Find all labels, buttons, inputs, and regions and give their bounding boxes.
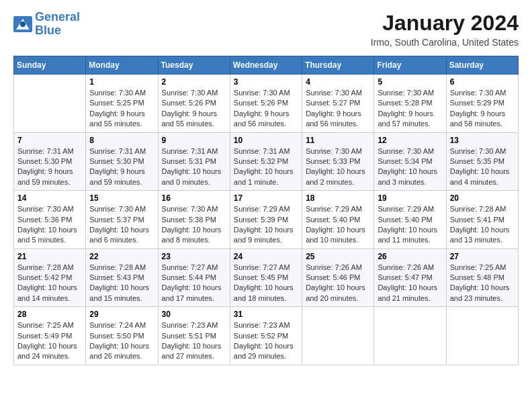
page-header: GeneralBlue January 2024 Irmo, South Car… — [13, 11, 519, 48]
cell-content: Sunrise: 7:30 AM Sunset: 5:29 PM Dayligh… — [450, 88, 515, 130]
calendar-cell: 29Sunrise: 7:24 AM Sunset: 5:50 PM Dayli… — [86, 307, 158, 365]
calendar-cell: 21Sunrise: 7:28 AM Sunset: 5:42 PM Dayli… — [14, 248, 86, 307]
calendar-cell: 11Sunrise: 7:30 AM Sunset: 5:33 PM Dayli… — [302, 132, 374, 191]
calendar-cell — [14, 75, 86, 133]
calendar-cell: 17Sunrise: 7:29 AM Sunset: 5:39 PM Dayli… — [230, 191, 302, 249]
calendar-cell: 20Sunrise: 7:28 AM Sunset: 5:41 PM Dayli… — [446, 191, 518, 249]
month-title: January 2024 — [371, 11, 519, 36]
day-number: 16 — [162, 193, 226, 203]
day-number: 11 — [306, 136, 370, 145]
cell-content: Sunrise: 7:30 AM Sunset: 5:26 PM Dayligh… — [162, 88, 226, 130]
week-row-1: 1Sunrise: 7:30 AM Sunset: 5:25 PM Daylig… — [14, 75, 519, 133]
calendar-cell: 15Sunrise: 7:30 AM Sunset: 5:37 PM Dayli… — [86, 191, 158, 249]
header-thursday: Thursday — [302, 56, 374, 75]
week-row-3: 14Sunrise: 7:30 AM Sunset: 5:36 PM Dayli… — [14, 191, 519, 249]
day-number: 3 — [234, 77, 298, 87]
day-number: 8 — [89, 136, 154, 145]
day-number: 6 — [450, 77, 515, 87]
calendar-cell: 8Sunrise: 7:31 AM Sunset: 5:30 PM Daylig… — [86, 132, 158, 191]
day-number: 20 — [450, 193, 515, 203]
calendar-cell: 4Sunrise: 7:30 AM Sunset: 5:27 PM Daylig… — [302, 75, 374, 133]
calendar-cell: 3Sunrise: 7:30 AM Sunset: 5:26 PM Daylig… — [230, 75, 302, 133]
calendar-cell: 14Sunrise: 7:30 AM Sunset: 5:36 PM Dayli… — [14, 191, 86, 249]
logo-text: GeneralBlue — [35, 11, 80, 38]
calendar-cell: 28Sunrise: 7:25 AM Sunset: 5:49 PM Dayli… — [14, 307, 86, 365]
week-row-4: 21Sunrise: 7:28 AM Sunset: 5:42 PM Dayli… — [14, 248, 519, 307]
header-saturday: Saturday — [446, 56, 518, 75]
day-number: 27 — [450, 252, 515, 261]
calendar-cell: 30Sunrise: 7:23 AM Sunset: 5:51 PM Dayli… — [158, 307, 230, 365]
logo: GeneralBlue — [13, 11, 80, 38]
calendar-cell: 10Sunrise: 7:31 AM Sunset: 5:32 PM Dayli… — [230, 132, 302, 191]
calendar-cell: 31Sunrise: 7:23 AM Sunset: 5:52 PM Dayli… — [230, 307, 302, 365]
day-number: 15 — [89, 193, 154, 203]
cell-content: Sunrise: 7:31 AM Sunset: 5:32 PM Dayligh… — [234, 146, 298, 188]
day-number: 30 — [162, 310, 226, 319]
header-sunday: Sunday — [14, 56, 86, 75]
cell-content: Sunrise: 7:27 AM Sunset: 5:44 PM Dayligh… — [162, 263, 226, 304]
day-number: 17 — [234, 193, 298, 203]
calendar-cell: 25Sunrise: 7:26 AM Sunset: 5:46 PM Dayli… — [302, 248, 374, 307]
calendar-cell: 9Sunrise: 7:31 AM Sunset: 5:31 PM Daylig… — [158, 132, 230, 191]
cell-content: Sunrise: 7:28 AM Sunset: 5:41 PM Dayligh… — [450, 204, 515, 246]
title-block: January 2024 Irmo, South Carolina, Unite… — [371, 11, 519, 48]
cell-content: Sunrise: 7:30 AM Sunset: 5:33 PM Dayligh… — [306, 146, 370, 188]
calendar-cell: 13Sunrise: 7:30 AM Sunset: 5:35 PM Dayli… — [446, 132, 518, 191]
cell-content: Sunrise: 7:30 AM Sunset: 5:36 PM Dayligh… — [17, 204, 82, 246]
header-tuesday: Tuesday — [158, 56, 230, 75]
day-number: 22 — [89, 252, 154, 261]
cell-content: Sunrise: 7:31 AM Sunset: 5:31 PM Dayligh… — [162, 146, 226, 188]
calendar-cell — [374, 307, 446, 365]
calendar-cell: 26Sunrise: 7:26 AM Sunset: 5:47 PM Dayli… — [374, 248, 446, 307]
calendar-cell: 16Sunrise: 7:30 AM Sunset: 5:38 PM Dayli… — [158, 191, 230, 249]
calendar-cell — [446, 307, 518, 365]
day-number: 4 — [306, 77, 370, 87]
day-number: 5 — [378, 77, 442, 87]
cell-content: Sunrise: 7:31 AM Sunset: 5:30 PM Dayligh… — [89, 146, 154, 188]
day-number: 24 — [234, 252, 298, 261]
day-number: 28 — [17, 310, 82, 319]
day-number: 2 — [162, 77, 226, 87]
cell-content: Sunrise: 7:29 AM Sunset: 5:40 PM Dayligh… — [306, 204, 370, 246]
calendar-cell: 24Sunrise: 7:27 AM Sunset: 5:45 PM Dayli… — [230, 248, 302, 307]
day-number: 14 — [17, 193, 82, 203]
cell-content: Sunrise: 7:23 AM Sunset: 5:52 PM Dayligh… — [234, 320, 298, 362]
week-row-2: 7Sunrise: 7:31 AM Sunset: 5:30 PM Daylig… — [14, 132, 519, 191]
calendar-header-row: SundayMondayTuesdayWednesdayThursdayFrid… — [14, 56, 519, 75]
calendar-cell: 2Sunrise: 7:30 AM Sunset: 5:26 PM Daylig… — [158, 75, 230, 133]
cell-content: Sunrise: 7:25 AM Sunset: 5:48 PM Dayligh… — [450, 263, 515, 304]
cell-content: Sunrise: 7:25 AM Sunset: 5:49 PM Dayligh… — [17, 320, 82, 362]
svg-point-2 — [20, 21, 26, 27]
calendar-cell: 27Sunrise: 7:25 AM Sunset: 5:48 PM Dayli… — [446, 248, 518, 307]
cell-content: Sunrise: 7:30 AM Sunset: 5:25 PM Dayligh… — [89, 88, 154, 130]
header-friday: Friday — [374, 56, 446, 75]
calendar-cell — [302, 307, 374, 365]
calendar-cell: 22Sunrise: 7:28 AM Sunset: 5:43 PM Dayli… — [86, 248, 158, 307]
logo-icon — [13, 16, 32, 32]
day-number: 26 — [378, 252, 442, 261]
day-number: 9 — [162, 136, 226, 145]
cell-content: Sunrise: 7:30 AM Sunset: 5:26 PM Dayligh… — [234, 88, 298, 130]
calendar-cell: 7Sunrise: 7:31 AM Sunset: 5:30 PM Daylig… — [14, 132, 86, 191]
cell-content: Sunrise: 7:24 AM Sunset: 5:50 PM Dayligh… — [89, 320, 154, 362]
calendar-cell: 6Sunrise: 7:30 AM Sunset: 5:29 PM Daylig… — [446, 75, 518, 133]
calendar-cell: 19Sunrise: 7:29 AM Sunset: 5:40 PM Dayli… — [374, 191, 446, 249]
cell-content: Sunrise: 7:28 AM Sunset: 5:42 PM Dayligh… — [17, 263, 82, 304]
cell-content: Sunrise: 7:23 AM Sunset: 5:51 PM Dayligh… — [162, 320, 226, 362]
cell-content: Sunrise: 7:30 AM Sunset: 5:37 PM Dayligh… — [89, 204, 154, 246]
location: Irmo, South Carolina, United States — [371, 37, 519, 48]
calendar-table: SundayMondayTuesdayWednesdayThursdayFrid… — [13, 56, 519, 365]
cell-content: Sunrise: 7:29 AM Sunset: 5:40 PM Dayligh… — [378, 204, 442, 246]
day-number: 13 — [450, 136, 515, 145]
week-row-5: 28Sunrise: 7:25 AM Sunset: 5:49 PM Dayli… — [14, 307, 519, 365]
cell-content: Sunrise: 7:30 AM Sunset: 5:34 PM Dayligh… — [378, 146, 442, 188]
day-number: 18 — [306, 193, 370, 203]
day-number: 7 — [17, 136, 82, 145]
day-number: 31 — [234, 310, 298, 319]
cell-content: Sunrise: 7:26 AM Sunset: 5:47 PM Dayligh… — [378, 263, 442, 304]
day-number: 23 — [162, 252, 226, 261]
day-number: 25 — [306, 252, 370, 261]
calendar-cell: 23Sunrise: 7:27 AM Sunset: 5:44 PM Dayli… — [158, 248, 230, 307]
cell-content: Sunrise: 7:31 AM Sunset: 5:30 PM Dayligh… — [17, 146, 82, 188]
day-number: 21 — [17, 252, 82, 261]
